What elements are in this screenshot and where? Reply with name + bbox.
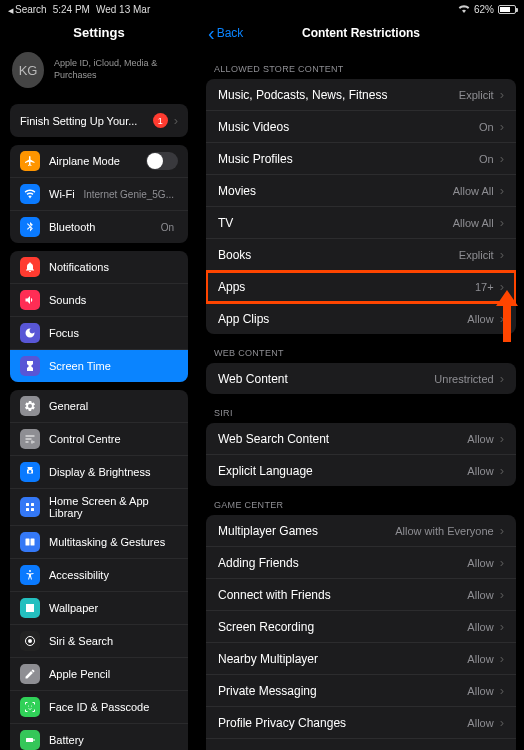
setting-row-screen-recording[interactable]: Screen RecordingAllow› (206, 611, 516, 643)
chevron-right-icon: › (500, 523, 504, 538)
setting-row-explicit-language[interactable]: Explicit LanguageAllow› (206, 455, 516, 486)
sidebar-item-siri-search[interactable]: Siri & Search (10, 625, 188, 658)
setting-row-nearby-multiplayer[interactable]: Nearby MultiplayerAllow› (206, 643, 516, 675)
setting-value: Allow (467, 685, 493, 697)
sidebar-item-label: Display & Brightness (49, 466, 178, 478)
section-header: Game Center (198, 486, 524, 515)
setup-badge: 1 (153, 113, 168, 128)
sidebar-item-face-id-passcode[interactable]: Face ID & Passcode (10, 691, 188, 724)
sidebar-item-wallpaper[interactable]: Wallpaper (10, 592, 188, 625)
chevron-right-icon: › (500, 371, 504, 386)
svg-rect-11 (26, 738, 33, 742)
setting-row-avatar-nickname-changes[interactable]: Avatar & Nickname ChangesAllow› (206, 739, 516, 750)
chevron-right-icon: › (500, 311, 504, 326)
sidebar-item-notifications[interactable]: Notifications (10, 251, 188, 284)
chevron-right-icon: › (500, 715, 504, 730)
setting-value: Allow (467, 589, 493, 601)
setting-row-music-podcasts-news-fitness[interactable]: Music, Podcasts, News, FitnessExplicit› (206, 79, 516, 111)
sidebar-item-multitasking-gestures[interactable]: Multitasking & Gestures (10, 526, 188, 559)
setting-row-connect-with-friends[interactable]: Connect with FriendsAllow› (206, 579, 516, 611)
display-icon (20, 462, 40, 482)
setting-label: Connect with Friends (218, 588, 467, 602)
setting-label: Music, Podcasts, News, Fitness (218, 88, 459, 102)
setting-value: Unrestricted (434, 373, 493, 385)
setting-row-adding-friends[interactable]: Adding FriendsAllow› (206, 547, 516, 579)
setting-row-profile-privacy-changes[interactable]: Profile Privacy ChangesAllow› (206, 707, 516, 739)
sidebar-item-label: Wi-Fi (49, 188, 83, 200)
profile-sub: Apple ID, iCloud, Media & Purchases (54, 58, 186, 81)
sidebar-item-general[interactable]: General (10, 390, 188, 423)
setting-label: Music Profiles (218, 152, 479, 166)
setting-row-music-profiles[interactable]: Music ProfilesOn› (206, 143, 516, 175)
setting-label: Private Messaging (218, 684, 467, 698)
setting-row-web-search-content[interactable]: Web Search ContentAllow› (206, 423, 516, 455)
wifi-icon (458, 4, 470, 15)
sidebar-item-focus[interactable]: Focus (10, 317, 188, 350)
chevron-right-icon: › (500, 683, 504, 698)
setting-row-apps[interactable]: Apps17+› (206, 271, 516, 303)
setting-value: Allow All (453, 185, 494, 197)
chevron-right-icon: › (500, 183, 504, 198)
sidebar-item-home-screen-app-library[interactable]: Home Screen & App Library (10, 489, 188, 526)
sidebar-item-sounds[interactable]: Sounds (10, 284, 188, 317)
setting-row-movies[interactable]: MoviesAllow All› (206, 175, 516, 207)
chevron-right-icon: › (174, 113, 178, 128)
chevron-right-icon: › (500, 431, 504, 446)
battery-pct: 62% (474, 4, 494, 15)
svg-rect-1 (31, 503, 34, 506)
setting-value: Explicit (459, 249, 494, 261)
section-header: Web Content (198, 334, 524, 363)
settings-sidebar: Settings KG Apple ID, iCloud, Media & Pu… (0, 18, 198, 750)
section-header: Siri (198, 394, 524, 423)
setting-row-private-messaging[interactable]: Private MessagingAllow› (206, 675, 516, 707)
sidebar-item-airplane-mode[interactable]: Airplane Mode (10, 145, 188, 178)
setting-row-multiplayer-games[interactable]: Multiplayer GamesAllow with Everyone› (206, 515, 516, 547)
chevron-right-icon: › (500, 651, 504, 666)
setting-value: On (479, 121, 494, 133)
toggle[interactable] (146, 152, 178, 170)
status-date: Wed 13 Mar (96, 4, 150, 15)
sidebar-item-accessibility[interactable]: Accessibility (10, 559, 188, 592)
setting-value: Explicit (459, 89, 494, 101)
sidebar-item-label: Multitasking & Gestures (49, 536, 178, 548)
chevron-right-icon: › (500, 119, 504, 134)
sidebar-item-display-brightness[interactable]: Display & Brightness (10, 456, 188, 489)
sidebar-item-wi-fi[interactable]: Wi-FiInternet Genie_5G... (10, 178, 188, 211)
sidebar-item-label: Battery (49, 734, 178, 746)
back-to-search[interactable]: Search (8, 4, 47, 15)
chevron-right-icon: › (500, 279, 504, 294)
battery-icon (20, 730, 40, 750)
setting-row-web-content[interactable]: Web ContentUnrestricted› (206, 363, 516, 394)
sidebar-item-control-centre[interactable]: Control Centre (10, 423, 188, 456)
bluetooth-icon (20, 217, 40, 237)
sidebar-item-label: Face ID & Passcode (49, 701, 178, 713)
finish-setup-row[interactable]: Finish Setting Up Your... 1 › (10, 104, 188, 137)
setup-label: Finish Setting Up Your... (20, 115, 137, 127)
setting-label: TV (218, 216, 453, 230)
apple-id-row[interactable]: KG Apple ID, iCloud, Media & Purchases (0, 46, 198, 98)
setting-value: Allow (467, 313, 493, 325)
chevron-right-icon: › (500, 247, 504, 262)
svg-point-9 (28, 706, 29, 707)
svg-rect-4 (26, 539, 30, 546)
setting-label: Nearby Multiplayer (218, 652, 467, 666)
setting-value: Allow (467, 621, 493, 633)
gear-icon (20, 396, 40, 416)
sidebar-item-apple-pencil[interactable]: Apple Pencil (10, 658, 188, 691)
setting-row-books[interactable]: BooksExplicit› (206, 239, 516, 271)
setting-row-tv[interactable]: TVAllow All› (206, 207, 516, 239)
back-button[interactable]: Back (208, 26, 243, 40)
wifi-icon (20, 184, 40, 204)
sidebar-item-bluetooth[interactable]: BluetoothOn (10, 211, 188, 243)
setting-label: Movies (218, 184, 453, 198)
status-bar: Search 5:24 PM Wed 13 Mar 62% (0, 0, 524, 18)
sidebar-item-battery[interactable]: Battery (10, 724, 188, 750)
speaker-icon (20, 290, 40, 310)
chevron-right-icon: › (500, 151, 504, 166)
setting-row-music-videos[interactable]: Music VideosOn› (206, 111, 516, 143)
sidebar-item-label: Screen Time (49, 360, 178, 372)
content-pane: Back Content Restrictions Allowed Store … (198, 18, 524, 750)
sidebar-item-screen-time[interactable]: Screen Time (10, 350, 188, 382)
faceid-icon (20, 697, 40, 717)
setting-row-app-clips[interactable]: App ClipsAllow› (206, 303, 516, 334)
